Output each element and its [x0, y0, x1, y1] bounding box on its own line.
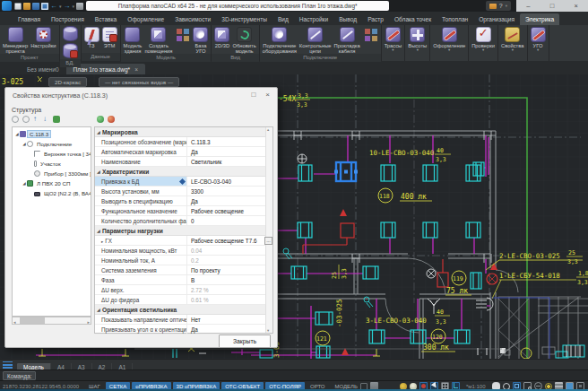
ribbon-button-2D/3D[interactable]: 2D/3D [213, 26, 230, 48]
ribbon-tab-Вставка[interactable]: Вставка [90, 13, 123, 25]
tree-item-Л ПВХ 20 СП[interactable]: ◢Л ПВХ 20 СП [13, 178, 91, 188]
property-row-Привязка к БД[interactable]: Привязка к БДLE-СВО-03-040▼ [95, 177, 272, 187]
ribbon-tab-Организация[interactable]: Организация [473, 13, 520, 25]
help-menu[interactable]: ? ▾ [486, 1, 511, 11]
property-section-Маркировка[interactable]: ◢Маркировка [95, 127, 272, 137]
property-row-Наименование[interactable]: НаименованиеСветильник [95, 157, 272, 167]
property-row-Номинальная мощность, кВт[interactable]: Номинальная мощность, кВт0.04 [95, 246, 272, 256]
property-section-Параметры нагрузки[interactable]: ◢Параметры нагрузки [95, 226, 272, 236]
ribbon-button-Высоты[interactable]: Высоты▾ [407, 26, 428, 52]
linked-views-dropdown[interactable]: — нет связанных видов — [99, 77, 179, 87]
property-section-Характеристики[interactable]: ◢Характеристики [95, 167, 272, 177]
property-row-Система заземления[interactable]: Система заземленияПо проекту▼ [95, 265, 272, 275]
save-all-icon[interactable] [41, 3, 48, 10]
ribbon-button-Менеджер-проекта[interactable]: Менеджер проекта [2, 26, 29, 54]
property-row-Фаза[interactable]: ФазаВ▼ [95, 275, 272, 285]
document-tab-close-icon[interactable]: × [134, 66, 138, 73]
property-row-ΔU до фидера[interactable]: ΔU до фидера0.61 % [95, 295, 272, 305]
ribbon-button-УГО[interactable]: УГО▾ [530, 26, 547, 52]
ribbon-button-Свойства[interactable]: Свойства▾ [500, 26, 524, 52]
ribbon-tab-Оформление[interactable]: Оформление [122, 13, 169, 25]
tree-item-ЩО2 [N2.2 (В, ВА4[interactable]: ЩО2 [N2.2 (В, ВА4 [13, 188, 91, 198]
maximize-button[interactable]: □ [540, 0, 565, 12]
dialog-maximize-button[interactable]: □ [251, 91, 255, 99]
property-row-Количество дополнительных фазны...[interactable]: Количество дополнительных фазны...0 [95, 216, 272, 226]
tree-collapse-icon[interactable] [12, 116, 19, 123]
property-section-Ориентация светильника[interactable]: ◢Ориентация светильника [95, 305, 272, 315]
save-icon[interactable] [32, 3, 39, 10]
ribbon-button-Прокладка-кабеля[interactable]: Прокладка кабеля [333, 26, 361, 54]
property-row-Функциональное назначение[interactable]: Функциональное назначениеРабочее освещен… [95, 206, 272, 216]
redo-icon[interactable]: → [64, 3, 71, 10]
ribbon-tab-Построения[interactable]: Построения [46, 13, 90, 25]
sheet-menu-icon[interactable] [3, 361, 13, 369]
ribbon-button-ЭТМ[interactable]: ЭТМ [101, 26, 118, 48]
app-logo-icon[interactable] [2, 1, 12, 11]
print-icon[interactable] [76, 3, 83, 10]
wireframe-mode-button[interactable]: 2D-каркас [48, 77, 87, 87]
close-dialog-button[interactable]: Закрыть [219, 335, 271, 348]
cancel-icon[interactable] [108, 116, 115, 123]
add-item-icon[interactable] [53, 116, 60, 123]
ribbon-button-Трассы[interactable]: Трассы▾ [384, 26, 403, 52]
tree-item-Подключение[interactable]: ◢Подключение [13, 139, 91, 149]
tree-item-С.118.3[interactable]: ◢С.118.3 [13, 129, 91, 139]
move-up-icon[interactable]: ↑ [33, 116, 39, 123]
minimize-button[interactable]: – [516, 0, 540, 12]
ribbon-tab-Вид[interactable]: Вид [272, 13, 294, 25]
property-row-Выводить в спецификацию[interactable]: Выводить в спецификациюДа▼ [95, 196, 272, 206]
close-button[interactable]: × [564, 0, 588, 12]
property-row-ГХ[interactable]: ▸ГХРабочее освещение Т7.6▼... [95, 236, 272, 246]
property-row-Высота установки, мм[interactable]: Высота установки, мм3300 [95, 187, 272, 196]
undo-icon[interactable]: ← [50, 3, 57, 10]
ribbon-tab-3D-инструменты[interactable]: 3D-инструменты [216, 13, 272, 25]
grid-vertical-scrollbar[interactable]: ▴ ▾ [265, 127, 272, 333]
ribbon-button-Подключение-оборудования[interactable]: Подключение оборудования [262, 26, 298, 54]
property-row-Позиционное обозначение (маркир...[interactable]: Позиционное обозначение (маркир...С.118.… [95, 137, 272, 147]
property-row-ΔU верх.[interactable]: ΔU верх.2.72 % [95, 285, 272, 295]
ribbon-tab-Топоплан[interactable]: Топоплан [437, 13, 473, 25]
ribbon-button-grid4[interactable] [174, 26, 191, 43]
dialog-close-button[interactable]: × [265, 91, 270, 99]
command-line[interactable]: Команда: [0, 369, 588, 380]
ribbon-button-Модель-здания[interactable]: Модель здания [123, 26, 143, 54]
property-row-Показывать направление оптическо...[interactable]: Показывать направление оптическо...Нет▼ [95, 315, 272, 325]
ribbon-tab-Облака точек[interactable]: Облака точек [389, 13, 437, 25]
ribbon-button-Проверки[interactable]: Проверки▾ [471, 26, 496, 52]
ribbon-button-Настройки[interactable]: Настройки [30, 26, 56, 48]
new-file-icon[interactable] [14, 3, 22, 10]
property-row-Автоматическая маркировка[interactable]: Автоматическая маркировкаДа▼ [95, 147, 272, 157]
tree-item-Верхняя точка [ 34[interactable]: Верхняя точка [ 34 [13, 149, 91, 159]
model-space-label[interactable]: МОДЕЛЬ [334, 384, 357, 389]
tree-expand-icon[interactable] [22, 116, 30, 123]
command-prompt[interactable]: Команда: [3, 371, 36, 380]
ribbon-button-Создать-помещения[interactable]: Создать помещения [143, 26, 173, 54]
scale-indicator[interactable]: *м1:100 [466, 384, 485, 389]
ribbon-button-dbsync[interactable] [62, 42, 79, 59]
structure-tree[interactable]: ◢С.118.3◢ПодключениеВерхняя точка [ 34Уч… [12, 126, 91, 317]
ribbon-tab-Электрика[interactable]: Электрика [520, 13, 559, 25]
ribbon-tab-Зависимости[interactable]: Зависимости [169, 13, 216, 25]
tree-item-Участок[interactable]: Участок [13, 159, 91, 169]
ribbon-button-db[interactable] [62, 25, 79, 42]
tree-item-Прибор [ 3300мм ][interactable]: Прибор [ 3300мм ] [13, 169, 91, 178]
ribbon-button-Оформление[interactable]: Оформление▾ [432, 26, 466, 52]
ribbon-button-grid4b[interactable] [362, 26, 379, 43]
property-row-Привязывать угол α к ориентации У...[interactable]: Привязывать угол α к ориентации У...Да▼ [95, 325, 272, 335]
ribbon-tab-Главная[interactable]: Главная [13, 13, 46, 25]
ribbon-button-ТЗ[interactable]: ТЗ [83, 26, 100, 48]
redo-dropdown-icon[interactable]: ▾ [73, 3, 75, 10]
tree-horizontal-scrollbar[interactable]: ◂ ▸ [12, 317, 91, 325]
move-down-icon[interactable]: ↓ [43, 116, 49, 123]
ribbon-tab-Вывод[interactable]: Вывод [333, 13, 362, 25]
ribbon-button-Контрольные-цепи[interactable]: Контрольные цепи [298, 26, 333, 54]
property-grid[interactable]: ◢МаркировкаПозиционное обозначение (марк… [94, 126, 273, 334]
ribbon-button-База-УГО[interactable]: База УГО [192, 26, 209, 54]
property-row-Номинальный ток, А[interactable]: Номинальный ток, А0.2 [95, 256, 272, 265]
apply-icon[interactable] [97, 116, 104, 123]
undo-dropdown-icon[interactable]: ▾ [59, 3, 62, 10]
ribbon-tab-Растр[interactable]: Растр [362, 13, 389, 25]
ribbon-button-Обновить-модель[interactable]: Обновить модель [231, 26, 256, 54]
ribbon-tab-Настройки[interactable]: Настройки [294, 13, 333, 25]
open-file-icon[interactable] [23, 3, 30, 10]
